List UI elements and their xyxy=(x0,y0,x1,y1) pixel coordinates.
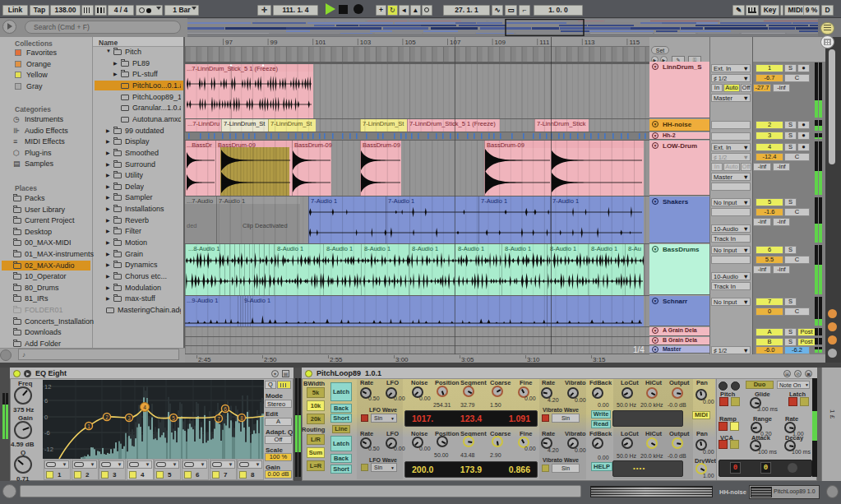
svg-text:7-Audio 1: 7-Audio 1 xyxy=(219,197,245,205)
svg-text:Clip Deactivated: Clip Deactivated xyxy=(243,222,288,229)
svg-text:...8-Audio 1: ...8-Audio 1 xyxy=(188,245,219,252)
svg-text:...9-Audio 1: ...9-Audio 1 xyxy=(187,297,218,304)
svg-text:8-Audio 1: 8-Audio 1 xyxy=(277,245,303,252)
svg-text:2: 2 xyxy=(105,414,109,420)
svg-text:ded: ded xyxy=(187,222,197,229)
svg-text:BassDrum-09: BassDrum-09 xyxy=(294,141,332,149)
svg-text:7-LinnDrum_Stick: 7-LinnDrum_Stick xyxy=(537,120,586,127)
svg-text:6: 6 xyxy=(44,397,48,405)
svg-text:-12: -12 xyxy=(44,446,53,453)
svg-text:7-Audio 1: 7-Audio 1 xyxy=(552,197,579,205)
svg-text:BassDrum-09: BassDrum-09 xyxy=(363,141,400,149)
svg-text:...7-LinnDru: ...7-LinnDru xyxy=(187,120,219,127)
svg-text:3: 3 xyxy=(127,415,131,421)
svg-text:8-Audio 1: 8-Audio 1 xyxy=(458,245,484,252)
svg-text:...BassDr: ...BassDr xyxy=(187,141,212,149)
svg-text:1/4: 1/4 xyxy=(633,345,645,354)
svg-text:8: 8 xyxy=(240,415,243,421)
svg-text:109: 109 xyxy=(495,39,506,46)
svg-text:97: 97 xyxy=(225,39,233,46)
svg-text:7-LinnDrum_St: 7-LinnDrum_St xyxy=(270,120,312,127)
svg-text:8-Audio 1: 8-Audio 1 xyxy=(505,245,531,252)
svg-text:7-Audio 1: 7-Audio 1 xyxy=(481,197,507,205)
svg-text:8-Audio 1: 8-Audio 1 xyxy=(591,245,617,252)
svg-text:0: 0 xyxy=(44,414,48,421)
svg-text:8-Audio 1: 8-Audio 1 xyxy=(364,245,390,252)
svg-text:8-Audio 1: 8-Audio 1 xyxy=(326,245,353,252)
svg-text:12: 12 xyxy=(44,383,51,391)
svg-text:111: 111 xyxy=(539,39,550,46)
svg-text:113: 113 xyxy=(585,39,595,46)
svg-text:8-Au: 8-Au xyxy=(628,245,641,252)
svg-text:...7-Audio: ...7-Audio xyxy=(187,197,213,205)
svg-text:105: 105 xyxy=(404,39,416,46)
svg-text:7-LinnDrum_St: 7-LinnDrum_St xyxy=(363,120,404,127)
svg-text:8-Audio 1: 8-Audio 1 xyxy=(412,245,438,252)
svg-text:7-LinnDrum_Stick_5 1 (Freeze): 7-LinnDrum_Stick_5 1 (Freeze) xyxy=(409,120,496,127)
svg-text:...7-LinnDrum_Stick_5 1 (Freez: ...7-LinnDrum_Stick_5 1 (Freeze) xyxy=(187,65,278,72)
svg-text:7-LinnDrum_St: 7-LinnDrum_St xyxy=(224,120,266,127)
svg-text:103: 103 xyxy=(360,39,372,46)
svg-text:6: 6 xyxy=(224,406,227,412)
svg-text:115: 115 xyxy=(629,39,640,46)
svg-text:1: 1 xyxy=(87,423,90,429)
svg-text:4: 4 xyxy=(143,405,146,410)
svg-text:7-Audio 1: 7-Audio 1 xyxy=(388,197,414,205)
svg-text:101: 101 xyxy=(315,39,326,46)
svg-text:7-Audio 1: 7-Audio 1 xyxy=(311,197,337,205)
svg-text:7: 7 xyxy=(217,416,220,422)
svg-text:5: 5 xyxy=(172,415,175,421)
svg-text:-6: -6 xyxy=(44,429,50,437)
svg-text:99: 99 xyxy=(270,39,278,46)
svg-text:BassDrum-09: BassDrum-09 xyxy=(487,141,524,149)
svg-text:8-Audio 1: 8-Audio 1 xyxy=(550,245,576,252)
